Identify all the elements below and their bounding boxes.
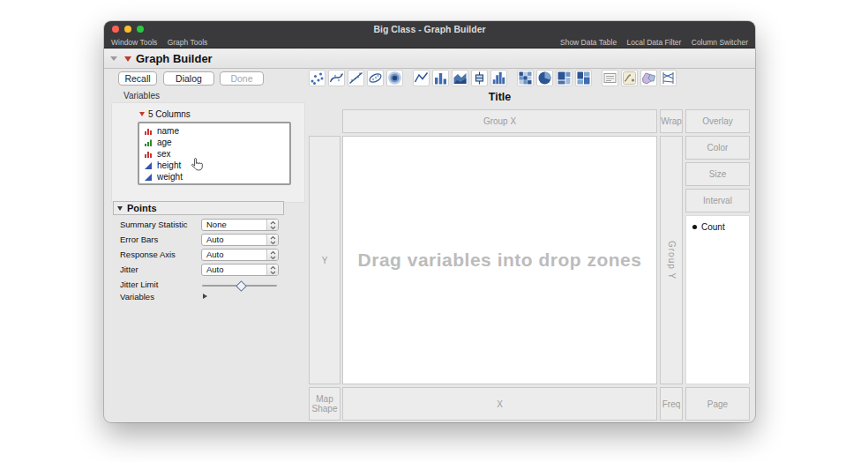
- line-of-fit-icon[interactable]: [348, 70, 364, 86]
- zone-label: Wrap: [661, 116, 682, 126]
- radio-bullet-icon: [692, 225, 697, 229]
- continuous-column-icon: [144, 173, 153, 182]
- graph-builder-window: Big Class - Graph Builder Window Tools G…: [104, 21, 755, 422]
- treemap-icon[interactable]: [556, 70, 572, 86]
- zone-label: Page: [707, 399, 728, 409]
- menu-right: Show Data Table Local Data Filter Column…: [552, 38, 748, 47]
- zone-label: Color: [707, 143, 729, 153]
- desktop: { "window": { "title": "Big Class - Grap…: [0, 0, 868, 462]
- drop-zone-freq[interactable]: Freq: [660, 387, 683, 421]
- box-plot-icon[interactable]: [471, 70, 488, 86]
- column-name: age: [157, 138, 172, 147]
- contour-icon[interactable]: [386, 70, 403, 86]
- graph-title[interactable]: Title: [342, 91, 657, 103]
- drop-zone-overlay[interactable]: Overlay: [685, 109, 750, 133]
- columns-header[interactable]: 5 Columns: [139, 109, 191, 119]
- traffic-lights: [112, 26, 144, 33]
- column-item-age[interactable]: age: [144, 137, 289, 148]
- menu-window-tools[interactable]: Window Tools: [111, 38, 157, 47]
- popup-arrows-icon: [266, 265, 278, 275]
- points-disclosure-icon[interactable]: [117, 206, 123, 211]
- column-name: sex: [157, 149, 171, 159]
- columns-header-label: 5 Columns: [148, 109, 191, 119]
- close-button-icon[interactable]: [112, 26, 119, 33]
- menu-show-data-table[interactable]: Show Data Table: [560, 38, 617, 47]
- heatmap-icon[interactable]: [517, 70, 534, 86]
- menu-graph-tools[interactable]: Graph Tools: [168, 38, 208, 47]
- ordinal-column-icon: [144, 138, 153, 147]
- drop-zone-x[interactable]: X: [342, 387, 657, 421]
- line-icon[interactable]: [413, 70, 430, 86]
- count-radio[interactable]: Count: [692, 222, 749, 232]
- column-item-name[interactable]: name: [144, 125, 289, 137]
- popup-arrows-icon: [266, 220, 278, 230]
- smoother-icon[interactable]: [328, 70, 345, 86]
- graph-builder-header: Graph Builder: [104, 49, 755, 69]
- mosaic-icon[interactable]: [575, 70, 592, 86]
- variables-expand-icon[interactable]: [203, 294, 207, 299]
- zone-label: Size: [709, 169, 726, 179]
- recall-button[interactable]: Recall: [118, 71, 157, 86]
- outer-disclosure-icon[interactable]: [110, 56, 117, 61]
- drop-zone-group-y[interactable]: Group Y: [660, 136, 683, 384]
- response-axis-select[interactable]: Auto: [201, 249, 279, 261]
- minimize-button-icon[interactable]: [124, 26, 131, 33]
- summary-statistic-label: Summary Statistic: [120, 219, 188, 231]
- error-bars-select[interactable]: Auto: [201, 234, 279, 246]
- points-icon[interactable]: [309, 70, 326, 86]
- response-axis-label: Response Axis: [120, 249, 176, 261]
- column-name: weight: [157, 172, 183, 182]
- column-item-sex[interactable]: sex: [144, 148, 289, 160]
- area-icon[interactable]: [452, 70, 468, 86]
- popup-arrows-icon: [266, 235, 278, 245]
- zoom-button-icon[interactable]: [137, 26, 144, 33]
- continuous-column-icon: [144, 161, 153, 170]
- summary-statistic-select[interactable]: None: [201, 219, 279, 231]
- menu-local-data-filter[interactable]: Local Data Filter: [626, 38, 681, 47]
- drop-zone-interval[interactable]: Interval: [685, 189, 750, 212]
- titlebar[interactable]: Big Class - Graph Builder: [104, 21, 755, 37]
- response-axis-value: Auto: [202, 250, 266, 260]
- jitter-value: Auto: [202, 265, 266, 275]
- menu-column-switcher[interactable]: Column Switcher: [692, 38, 748, 47]
- drop-zone-map-shape[interactable]: Map Shape: [309, 387, 340, 421]
- graph-builder-title: Graph Builder: [136, 52, 213, 65]
- map-shapes-icon[interactable]: [640, 70, 657, 86]
- bar-icon[interactable]: [432, 70, 449, 86]
- drop-zone-color[interactable]: Color: [685, 136, 750, 160]
- count-label: Count: [701, 222, 725, 232]
- zone-label: Y: [322, 256, 328, 265]
- points-panel-header[interactable]: Points: [113, 201, 284, 215]
- parallel-plot-icon[interactable]: [660, 70, 677, 86]
- slider-thumb[interactable]: [236, 280, 247, 292]
- caption-box-icon[interactable]: [602, 70, 618, 86]
- drop-placeholder-text: Drag variables into drop zones: [358, 250, 642, 271]
- jitter-select[interactable]: Auto: [201, 264, 279, 276]
- drop-zone-page[interactable]: Page: [685, 387, 750, 421]
- column-item-weight[interactable]: weight: [144, 171, 289, 183]
- nominal-column-icon: [144, 127, 153, 136]
- jitter-limit-slider[interactable]: [202, 285, 277, 287]
- popup-arrows-icon: [266, 250, 278, 260]
- column-item-height[interactable]: height: [144, 160, 289, 171]
- element-toolbar: [309, 70, 679, 86]
- drop-zone-size[interactable]: Size: [685, 162, 750, 186]
- zone-label: Group X: [483, 116, 516, 126]
- drop-zone-y[interactable]: Y: [309, 136, 340, 384]
- drop-zone-wrap[interactable]: Wrap: [660, 109, 683, 133]
- plot-canvas[interactable]: Drag variables into drop zones: [342, 136, 657, 384]
- column-name: name: [157, 126, 179, 136]
- summary-statistic-value: None: [202, 220, 266, 230]
- formula-icon[interactable]: [621, 70, 638, 86]
- drop-zone-group-x[interactable]: Group X: [342, 109, 657, 133]
- dialog-button[interactable]: Dialog: [163, 71, 214, 86]
- zone-label: Interval: [703, 196, 732, 205]
- error-bars-label: Error Bars: [120, 234, 158, 246]
- count-panel: Count: [685, 215, 750, 384]
- pie-icon[interactable]: [536, 70, 553, 86]
- ellipse-icon[interactable]: [367, 70, 384, 86]
- graph-builder-disclosure-icon[interactable]: [124, 56, 131, 62]
- histogram-icon[interactable]: [490, 70, 507, 86]
- column-list[interactable]: name age sex height weight: [138, 122, 291, 185]
- columns-disclosure-icon[interactable]: [139, 112, 145, 116]
